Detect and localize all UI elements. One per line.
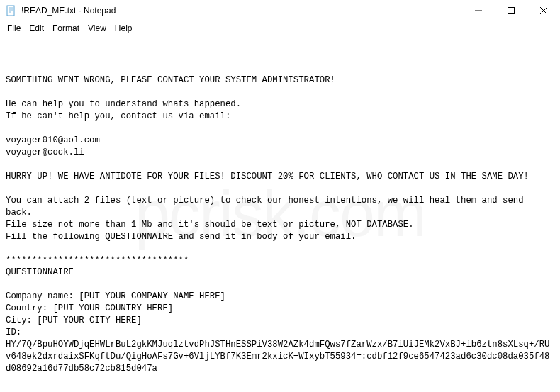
window-title: !READ_ME.txt - Notepad (21, 6, 462, 16)
menubar: File Edit Format View Help (0, 21, 560, 35)
document-body: SOMETHING WENT WRONG, PLEASE CONTACT YOU… (6, 74, 554, 392)
menu-help[interactable]: Help (111, 22, 137, 35)
text-area[interactable]: pcrisk.com SOMETHING WENT WRONG, PLEASE … (0, 35, 560, 392)
notepad-icon (6, 5, 17, 16)
menu-file[interactable]: File (3, 22, 25, 35)
menu-edit[interactable]: Edit (25, 22, 48, 35)
menu-format[interactable]: Format (48, 22, 84, 35)
titlebar: !READ_ME.txt - Notepad (0, 0, 560, 21)
svg-rect-6 (508, 8, 515, 14)
menu-view[interactable]: View (84, 22, 111, 35)
window-controls (462, 0, 560, 21)
close-button[interactable] (527, 0, 560, 21)
maximize-button[interactable] (495, 0, 527, 21)
minimize-button[interactable] (462, 0, 495, 21)
